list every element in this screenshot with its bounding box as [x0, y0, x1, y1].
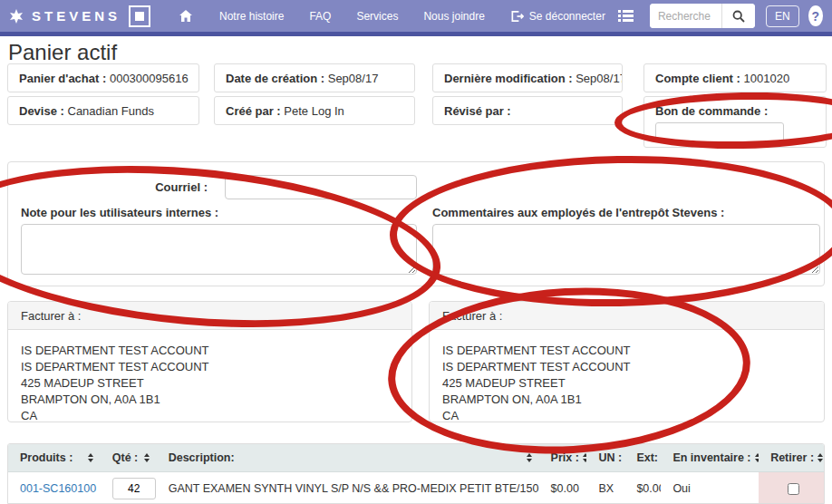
address-line: CA [21, 408, 399, 424]
info-label: Créé par : [226, 104, 281, 118]
home-icon [179, 10, 192, 22]
address-line: BRAMPTON ON, A0A 1B1 [442, 392, 811, 408]
column-header-un[interactable]: UN : [586, 444, 624, 471]
help-button[interactable]: ? [808, 5, 823, 26]
info-label: Compte client : [655, 72, 740, 85]
info-value: Canadian Funds [68, 104, 154, 118]
home-button[interactable] [179, 10, 192, 22]
info-box-cree-par: Créé par : Pete Log In [214, 96, 415, 125]
product-description: GANT EXAMEN SYNTH VINYL S/P N/S && PRO-M… [157, 472, 539, 504]
bon-de-commande-input[interactable] [655, 122, 784, 142]
info-box-devise: Devise : Canadian Funds [7, 96, 199, 125]
brand-square-icon [129, 5, 150, 27]
product-in-stock: Oui [661, 472, 759, 504]
navbar: STEVENS Notre histoire FAQ Services Nous… [0, 0, 832, 36]
info-label: Devise : [19, 104, 64, 118]
info-value: Sep08/17 [328, 72, 379, 85]
nav-item-nous-joindre[interactable]: Nous joindre [423, 10, 484, 23]
cart-page: STEVENS Notre histoire FAQ Services Nous… [0, 0, 832, 504]
sort-icon[interactable] [88, 453, 93, 462]
info-value: Pete Log In [284, 104, 344, 118]
column-header-description[interactable]: Description: [157, 444, 539, 471]
product-unit: BX [586, 472, 624, 504]
brand-name: STEVENS [32, 8, 121, 24]
info-box-derniere-modification: Dernière modification : Sep08/17 [432, 63, 623, 92]
product-code-link[interactable]: 001-SC160100 [20, 482, 96, 495]
warehouse-comments-textarea[interactable] [432, 224, 820, 275]
language-toggle-button[interactable]: EN [766, 5, 799, 27]
address-line: IS DEPARTMENT TEST ACCOUNT [442, 343, 811, 359]
column-header-qte[interactable]: Qté : [101, 444, 157, 471]
cart-list-button[interactable] [618, 10, 634, 22]
column-header-prix[interactable]: Prix : [539, 444, 587, 471]
info-label: Date de création : [226, 72, 324, 85]
billing-address: IS DEPARTMENT TEST ACCOUNT IS DEPARTMENT… [8, 330, 411, 437]
info-box-panier-achat: Panier d'achat : 000300095616 [7, 63, 199, 92]
courriel-label: Courriel : [8, 180, 208, 194]
address-line: 425 MADEUP STREET [442, 375, 811, 392]
product-search [650, 4, 755, 28]
table-row: 001-SC160100 GANT EXAMEN SYNTH VINYL S/P… [8, 472, 824, 504]
sort-icon[interactable] [527, 453, 532, 462]
column-header-produits[interactable]: Produits : [8, 444, 101, 471]
address-line: CA [442, 408, 811, 424]
table-header-row: Produits : Qté : Description: Prix : UN … [8, 444, 824, 472]
info-box-bon-de-commande: Bon de commande : [643, 96, 827, 148]
sort-icon[interactable] [144, 453, 150, 462]
column-header-ext[interactable]: Ext: [624, 444, 661, 471]
notes-panel: Courriel : Note pour les utilisateurs in… [7, 161, 825, 286]
address-line: IS DEPARTMENT TEST ACCOUNT [442, 359, 811, 375]
column-header-en-inventaire[interactable]: En inventaire : [661, 444, 759, 471]
nav-item-services[interactable]: Services [356, 10, 398, 23]
maple-leaf-icon [9, 9, 24, 24]
info-box-date-creation: Date de création : Sep08/17 [214, 63, 415, 92]
info-label: Dernière modification : [444, 72, 573, 85]
billing-panel-left-title: Facturer à : [8, 302, 411, 330]
info-label: Panier d'achat : [19, 72, 106, 85]
brand[interactable]: STEVENS [9, 5, 150, 27]
sort-icon[interactable] [817, 453, 823, 462]
courriel-input[interactable] [225, 175, 417, 199]
billing-panel-left: Facturer à : IS DEPARTMENT TEST ACCOUNT … [7, 301, 412, 422]
internal-note-label: Note pour les utilisateurs internes : [21, 206, 218, 219]
remove-item-checkbox[interactable] [788, 483, 799, 495]
list-icon [618, 10, 634, 22]
address-line: BRAMPTON ON, A0A 1B1 [21, 392, 399, 408]
product-price: $0.00 [539, 472, 587, 504]
internal-note-textarea[interactable] [21, 224, 417, 275]
info-box-compte-client: Compte client : 1001020 [643, 63, 827, 92]
address-line: 425 MADEUP STREET [21, 375, 399, 392]
search-icon [732, 10, 745, 23]
billing-address: IS DEPARTMENT TEST ACCOUNT IS DEPARTMENT… [430, 330, 824, 437]
billing-panel-right: Facturer à : IS DEPARTMENT TEST ACCOUNT … [429, 301, 825, 422]
logout-label: Se déconnecter [529, 10, 605, 23]
billing-panel-right-title: Facturer à : [430, 302, 824, 330]
quantity-input[interactable] [112, 478, 156, 499]
address-line: IS DEPARTMENT TEST ACCOUNT [21, 343, 399, 359]
logout-icon [510, 10, 524, 23]
nav-item-faq[interactable]: FAQ [309, 10, 331, 23]
page-title: Panier actif [8, 40, 117, 65]
info-label: Révisé par : [444, 104, 511, 118]
address-line: IS DEPARTMENT TEST ACCOUNT [21, 359, 399, 375]
info-box-revise-par: Révisé par : [432, 96, 623, 125]
column-header-retirer[interactable]: Retirer : [759, 444, 824, 471]
info-value: 000300095616 [110, 72, 189, 85]
logout-button[interactable]: Se déconnecter [510, 10, 605, 23]
info-value: Sep08/17 [576, 72, 623, 85]
warehouse-comments-label: Commentaires aux employés de l'entrepôt … [432, 206, 724, 219]
product-ext: $0.00 [624, 472, 661, 504]
search-button[interactable] [721, 4, 755, 28]
info-value: 1001020 [744, 72, 790, 85]
search-input[interactable] [650, 4, 721, 28]
nav-item-notre-histoire[interactable]: Notre histoire [219, 10, 284, 23]
info-label: Bon de commande : [655, 104, 768, 118]
cart-items-table: Produits : Qté : Description: Prix : UN … [7, 443, 825, 504]
